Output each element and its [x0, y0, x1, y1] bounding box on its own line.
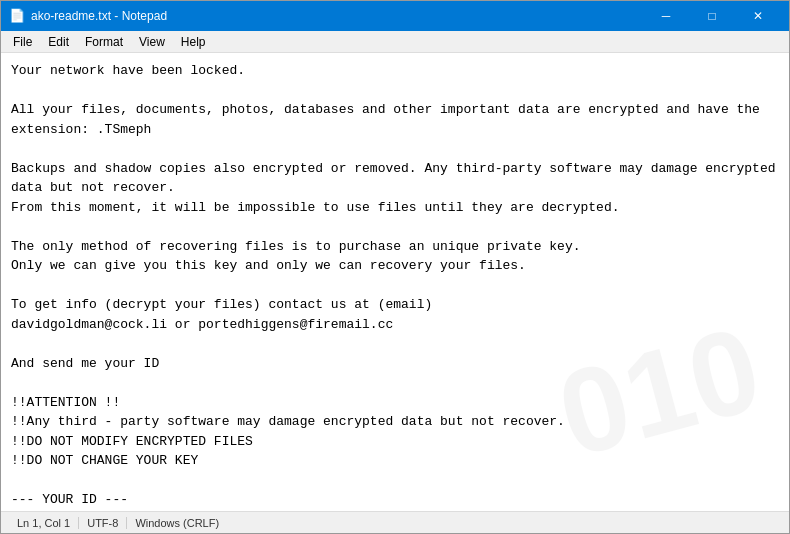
- menu-view[interactable]: View: [131, 32, 173, 52]
- minimize-button[interactable]: ─: [643, 1, 689, 31]
- window-controls: ─ □ ✕: [643, 1, 781, 31]
- close-button[interactable]: ✕: [735, 1, 781, 31]
- status-ln-col: Ln 1, Col 1: [9, 517, 79, 529]
- notepad-window: 📄 ako-readme.txt - Notepad ─ □ ✕ File Ed…: [0, 0, 790, 534]
- maximize-button[interactable]: □: [689, 1, 735, 31]
- menu-edit[interactable]: Edit: [40, 32, 77, 52]
- status-line-ending: Windows (CRLF): [127, 517, 227, 529]
- status-encoding: UTF-8: [79, 517, 127, 529]
- menu-file[interactable]: File: [5, 32, 40, 52]
- title-bar: 📄 ako-readme.txt - Notepad ─ □ ✕: [1, 1, 789, 31]
- menu-format[interactable]: Format: [77, 32, 131, 52]
- menu-bar: File Edit Format View Help: [1, 31, 789, 53]
- document-text: Your network have been locked. All your …: [11, 61, 779, 511]
- menu-help[interactable]: Help: [173, 32, 214, 52]
- status-bar: Ln 1, Col 1 UTF-8 Windows (CRLF): [1, 511, 789, 533]
- window-title: ako-readme.txt - Notepad: [31, 9, 643, 23]
- text-editor-area[interactable]: 010 Your network have been locked. All y…: [1, 53, 789, 511]
- app-icon: 📄: [9, 8, 25, 24]
